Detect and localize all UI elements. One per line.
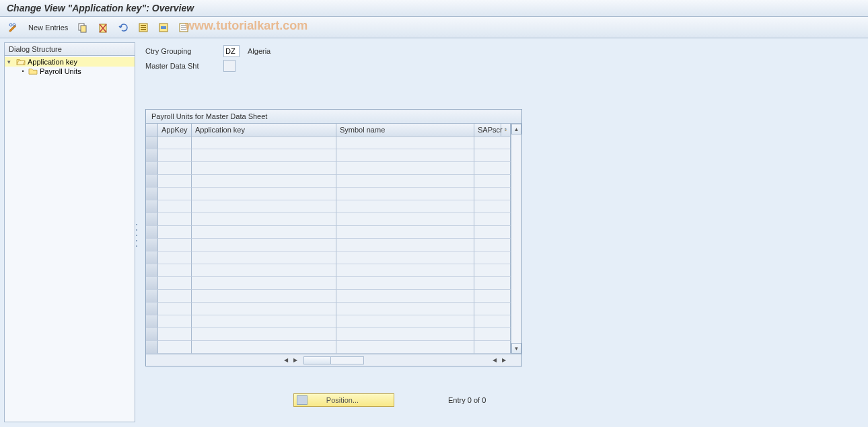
hscroll-track[interactable] <box>303 356 364 364</box>
cell-appkey[interactable] <box>158 175 192 188</box>
table-row[interactable] <box>146 162 511 175</box>
cell-sapscript[interactable] <box>474 175 511 188</box>
cell-appkey[interactable] <box>158 149 192 162</box>
table-row[interactable] <box>146 200 511 213</box>
cell-application-key[interactable] <box>192 264 336 277</box>
cell-symbol-name[interactable] <box>336 290 474 303</box>
hscroll-right-button[interactable]: ▶ <box>291 356 299 364</box>
cell-symbol-name[interactable] <box>336 226 474 239</box>
cell-application-key[interactable] <box>192 328 336 341</box>
cell-sapscript[interactable] <box>474 328 511 341</box>
cell-appkey[interactable] <box>158 213 192 226</box>
cell-appkey[interactable] <box>158 239 192 251</box>
cell-sapscript[interactable] <box>474 341 511 354</box>
hscroll-left-button-2[interactable]: ◀ <box>491 356 499 364</box>
cell-appkey[interactable] <box>158 188 192 200</box>
cell-symbol-name[interactable] <box>336 149 474 162</box>
cell-symbol-name[interactable] <box>336 328 474 341</box>
table-row[interactable] <box>146 315 511 328</box>
cell-sapscript[interactable] <box>474 290 511 303</box>
table-row[interactable] <box>146 264 511 277</box>
column-application-key[interactable]: Application key <box>192 124 336 136</box>
row-selector[interactable] <box>146 315 158 328</box>
cell-symbol-name[interactable] <box>336 162 474 175</box>
cell-application-key[interactable] <box>192 175 336 188</box>
cell-application-key[interactable] <box>192 149 336 162</box>
cell-symbol-name[interactable] <box>336 188 474 200</box>
cell-appkey[interactable] <box>158 251 192 264</box>
row-selector[interactable] <box>146 303 158 315</box>
toggle-edit-button[interactable] <box>5 21 22 34</box>
cell-symbol-name[interactable] <box>336 277 474 290</box>
table-row[interactable] <box>146 277 511 290</box>
column-symbol-name[interactable]: Symbol name <box>336 124 474 136</box>
tree-item-application-key[interactable]: ▾ Application key <box>5 57 135 67</box>
sidebar-resize-handle[interactable] <box>135 222 139 249</box>
table-row[interactable] <box>146 188 511 200</box>
cell-sapscript[interactable] <box>474 277 511 290</box>
table-row[interactable] <box>146 303 511 315</box>
row-selector[interactable] <box>146 277 158 290</box>
cell-appkey[interactable] <box>158 162 192 175</box>
cell-symbol-name[interactable] <box>336 137 474 149</box>
scroll-up-button[interactable]: ▲ <box>511 124 521 134</box>
table-row[interactable] <box>146 226 511 239</box>
cell-appkey[interactable] <box>158 200 192 213</box>
table-row[interactable] <box>146 341 511 354</box>
tree-collapse-icon[interactable]: ▾ <box>7 59 14 65</box>
cell-sapscript[interactable] <box>474 303 511 315</box>
cell-appkey[interactable] <box>158 328 192 341</box>
hscroll-right-button-2[interactable]: ▶ <box>500 356 508 364</box>
cell-application-key[interactable] <box>192 315 336 328</box>
cell-symbol-name[interactable] <box>336 239 474 251</box>
table-row[interactable] <box>146 149 511 162</box>
cell-appkey[interactable] <box>158 303 192 315</box>
cell-sapscript[interactable] <box>474 315 511 328</box>
cell-application-key[interactable] <box>192 226 336 239</box>
row-selector[interactable] <box>146 264 158 277</box>
column-appkey[interactable]: AppKey <box>158 124 192 136</box>
cell-symbol-name[interactable] <box>336 303 474 315</box>
table-row[interactable] <box>146 213 511 226</box>
cell-application-key[interactable] <box>192 341 336 354</box>
cell-symbol-name[interactable] <box>336 213 474 226</box>
table-row[interactable] <box>146 239 511 251</box>
position-button[interactable]: Position... <box>293 393 394 407</box>
cell-application-key[interactable] <box>192 137 336 149</box>
cell-sapscript[interactable] <box>474 137 511 149</box>
row-selector[interactable] <box>146 137 158 149</box>
cell-application-key[interactable] <box>192 213 336 226</box>
cell-symbol-name[interactable] <box>336 175 474 188</box>
table-row[interactable] <box>146 137 511 149</box>
table-row[interactable] <box>146 290 511 303</box>
master-data-input[interactable] <box>223 60 236 72</box>
cell-sapscript[interactable] <box>474 264 511 277</box>
hscroll-left-button[interactable]: ◀ <box>282 356 290 364</box>
cell-sapscript[interactable] <box>474 200 511 213</box>
table-row[interactable] <box>146 175 511 188</box>
ctry-grouping-input[interactable] <box>223 45 240 57</box>
row-selector[interactable] <box>146 341 158 354</box>
cell-symbol-name[interactable] <box>336 315 474 328</box>
cell-appkey[interactable] <box>158 137 192 149</box>
table-config-button[interactable] <box>501 124 511 136</box>
cell-sapscript[interactable] <box>474 213 511 226</box>
cell-appkey[interactable] <box>158 315 192 328</box>
row-selector[interactable] <box>146 328 158 341</box>
row-selector[interactable] <box>146 149 158 162</box>
cell-appkey[interactable] <box>158 290 192 303</box>
select-block-button[interactable] <box>155 21 172 34</box>
cell-appkey[interactable] <box>158 341 192 354</box>
cell-symbol-name[interactable] <box>336 251 474 264</box>
cell-symbol-name[interactable] <box>336 341 474 354</box>
cell-application-key[interactable] <box>192 239 336 251</box>
cell-sapscript[interactable] <box>474 251 511 264</box>
table-row[interactable] <box>146 328 511 341</box>
scroll-down-button[interactable]: ▼ <box>511 343 521 354</box>
row-selector[interactable] <box>146 239 158 251</box>
row-selector[interactable] <box>146 213 158 226</box>
cell-application-key[interactable] <box>192 162 336 175</box>
cell-application-key[interactable] <box>192 251 336 264</box>
cell-sapscript[interactable] <box>474 188 511 200</box>
copy-button[interactable] <box>75 21 91 34</box>
